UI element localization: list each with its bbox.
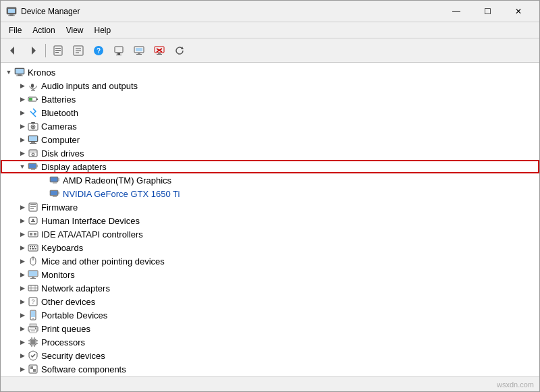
list-item[interactable]: ▶ Human Interface Devices (1, 214, 539, 227)
svg-marker-5 (32, 47, 36, 55)
maximize-button[interactable]: ☐ (472, 1, 503, 22)
menu-view[interactable]: View (61, 24, 89, 36)
svg-rect-45 (29, 136, 37, 141)
list-item[interactable]: ▶ Monitors (1, 268, 539, 281)
security-icon (28, 350, 38, 361)
list-item[interactable]: ▶ Keyboards (1, 241, 539, 254)
svg-rect-19 (116, 55, 122, 55)
list-item[interactable]: ▶ ? Other devices (1, 295, 539, 308)
list-item[interactable]: ▶ Batteries (1, 92, 539, 106)
svg-rect-114 (33, 369, 36, 372)
toolbar: ? (1, 38, 539, 63)
expand-icon[interactable]: ▶ (17, 269, 28, 280)
list-item[interactable]: ▶ Firmware (1, 200, 539, 214)
keyboard-icon (28, 242, 38, 253)
content-area: ▼ Kronos ▶ (1, 63, 539, 376)
svg-rect-81 (35, 248, 36, 250)
display-adapters-label: Display adapters (41, 162, 107, 172)
toolbar-sep-1 (45, 44, 46, 57)
expand-icon[interactable]: ▶ (17, 337, 28, 347)
expand-icon[interactable]: ▶ (17, 364, 28, 374)
svg-rect-100 (31, 331, 35, 331)
expand-icon[interactable]: ▼ (17, 161, 28, 172)
back-button[interactable] (3, 41, 22, 60)
firmware-icon (28, 202, 38, 213)
expand-icon[interactable]: ▶ (17, 242, 28, 253)
list-item[interactable]: ▶ Disk drives (1, 146, 539, 160)
list-item[interactable]: ▶ AMD Radeon(TM) Graphics (1, 173, 539, 187)
watermark: wsxdn.com (497, 381, 534, 389)
expand-icon[interactable]: ▶ (17, 215, 28, 226)
expand-icon[interactable]: ▶ (17, 107, 28, 118)
list-item[interactable]: ▶ IDE ATA/ATAPI controllers (1, 227, 539, 241)
expand-icon[interactable]: ▶ (17, 148, 28, 159)
expand-icon[interactable]: ▶ (17, 80, 28, 91)
tree-root[interactable]: ▼ Kronos (1, 65, 539, 79)
item-label: Computer (41, 135, 80, 145)
refresh-button[interactable] (170, 41, 189, 60)
menu-action[interactable]: Action (27, 24, 60, 36)
update-button[interactable] (69, 41, 88, 60)
list-item[interactable]: ▶ Audio inputs and outputs (1, 79, 539, 92)
menu-file[interactable]: File (3, 24, 27, 36)
svg-rect-55 (31, 169, 35, 170)
disk-icon (28, 148, 38, 159)
item-label: Batteries (41, 94, 76, 105)
print-icon (28, 323, 38, 334)
expand-icon[interactable]: ▶ (17, 202, 28, 213)
svg-rect-78 (36, 246, 36, 248)
list-item[interactable]: ▶ Print queues (1, 322, 539, 335)
battery-icon (28, 94, 38, 105)
svg-rect-17 (116, 53, 122, 53)
svg-rect-54 (36, 165, 38, 167)
display-adapters-item[interactable]: ▼ Display adapters (1, 160, 539, 173)
svg-rect-74 (28, 245, 38, 251)
svg-rect-3 (8, 16, 15, 16)
minimize-button[interactable]: — (441, 1, 472, 22)
item-label: Human Interface Devices (41, 216, 140, 226)
remove-button[interactable] (150, 41, 169, 60)
help-button[interactable]: ? (89, 41, 108, 60)
bluetooth-icon (28, 107, 38, 118)
expand-icon[interactable]: ▶ (17, 229, 28, 240)
list-item[interactable]: ▶ Network adapters (1, 281, 539, 295)
svg-rect-61 (51, 191, 57, 195)
svg-rect-85 (32, 277, 34, 278)
svg-rect-73 (34, 233, 36, 235)
svg-rect-1 (8, 9, 15, 13)
display-button[interactable] (130, 41, 148, 60)
forward-button[interactable] (24, 41, 43, 60)
list-item[interactable]: ▶ NVIDIA GeForce GTX 1650 Ti (1, 187, 539, 200)
list-item[interactable]: ▶ Computer (1, 133, 539, 146)
list-item[interactable]: ▶ Software components (1, 362, 539, 376)
expand-icon[interactable]: ▶ (17, 310, 28, 320)
list-item[interactable]: ▶ Portable Devices (1, 308, 539, 322)
root-expand-icon[interactable]: ▼ (3, 67, 14, 78)
list-item[interactable]: ▶ Processors (1, 335, 539, 349)
properties-button[interactable] (49, 41, 68, 60)
expand-icon[interactable]: ▶ (17, 350, 28, 361)
expand-icon[interactable]: ▶ (17, 94, 28, 105)
expand-icon[interactable]: ▶ (17, 134, 28, 145)
svg-rect-32 (18, 74, 22, 76)
list-item[interactable]: ▶ Bluetooth (1, 106, 539, 119)
device-tree[interactable]: ▼ Kronos ▶ (1, 63, 539, 376)
list-item[interactable]: ▶ Security devices (1, 349, 539, 362)
svg-rect-67 (30, 208, 34, 209)
list-item[interactable]: ▶ Mice and other pointing devices (1, 254, 539, 268)
expand-icon[interactable]: ▶ (17, 256, 28, 267)
item-label: Disk drives (41, 148, 84, 159)
expand-icon[interactable]: ▶ (17, 283, 28, 293)
svg-text:?: ? (31, 298, 34, 305)
expand-icon[interactable]: ▶ (17, 296, 28, 307)
expand-icon[interactable]: ▶ (17, 121, 28, 132)
close-button[interactable]: ✕ (503, 1, 534, 22)
list-item[interactable]: ▶ Cameras (1, 119, 539, 133)
item-label: AMD Radeon(TM) Graphics (63, 175, 171, 186)
expand-icon[interactable]: ▶ (17, 323, 28, 334)
menu-help[interactable]: Help (89, 24, 117, 36)
scan-button[interactable] (109, 41, 128, 60)
svg-rect-27 (158, 53, 161, 54)
gpu-icon (49, 175, 60, 186)
svg-rect-7 (55, 48, 61, 49)
